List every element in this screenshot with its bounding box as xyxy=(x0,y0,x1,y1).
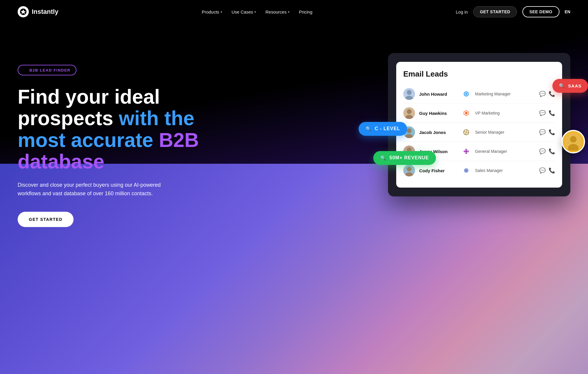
card-title: Email Leads xyxy=(403,69,555,79)
filter-pill-clevel[interactable]: 🔍 C - LEVEL xyxy=(359,122,407,136)
company-icon xyxy=(462,108,471,118)
lead-actions: 💬 📞 xyxy=(539,91,555,97)
lead-actions: 💬 📞 xyxy=(539,129,555,135)
avatar xyxy=(403,165,415,176)
nav-products[interactable]: Products ▾ xyxy=(202,9,222,14)
email-leads-card-wrapper: 🔍 C - LEVEL 🔍 SAAS 🔍 50M+ REVENUE xyxy=(388,53,570,196)
table-row: Guy Hawkins VP Marketing 💬 📞 xyxy=(403,104,555,123)
chat-icon[interactable]: 💬 xyxy=(539,91,546,97)
email-icon: ✉ xyxy=(24,68,27,72)
svg-point-25 xyxy=(464,150,465,152)
leads-list: John Howard Marketing Manager 💬 📞 Guy Ha… xyxy=(403,85,555,180)
filter-pill-revenue[interactable]: 🔍 50M+ REVENUE xyxy=(373,151,436,165)
logo-icon xyxy=(18,6,29,17)
nav-actions: Log in GET STARTED SEE DEMO EN xyxy=(456,6,570,17)
lead-role: VP Marketing xyxy=(475,111,535,115)
search-icon: 🔍 xyxy=(559,83,565,89)
login-link[interactable]: Log in xyxy=(456,9,468,14)
svg-point-29 xyxy=(407,167,412,171)
lead-name: Jacob Jones xyxy=(419,130,457,135)
filter-pill-saas[interactable]: 🔍 SAAS xyxy=(552,79,588,93)
svg-point-24 xyxy=(465,152,467,154)
table-row: Jacob Jones Senior Manager 💬 📞 xyxy=(403,123,555,142)
lead-role: Sales Manager xyxy=(475,168,535,173)
lead-role: Senior Manager xyxy=(475,130,535,135)
svg-point-16 xyxy=(407,128,412,133)
svg-point-23 xyxy=(465,149,467,150)
phone-icon[interactable]: 📞 xyxy=(549,129,555,135)
hero-content: ✉ B2B LEAD FINDER Find your ideal prospe… xyxy=(18,47,200,227)
navbar: Instantly Products ▾ Use Cases ▾ Resourc… xyxy=(0,0,588,24)
card-inner: Email Leads John Howard Marketing Manage… xyxy=(396,62,562,188)
svg-point-2 xyxy=(570,136,577,143)
chevron-down-icon: ▾ xyxy=(221,10,222,14)
see-demo-button[interactable]: SEE DEMO xyxy=(522,6,559,17)
company-icon xyxy=(462,166,471,175)
svg-point-34 xyxy=(466,170,467,171)
hero-badge: ✉ B2B LEAD FINDER xyxy=(18,65,76,75)
search-icon: 🔍 xyxy=(380,155,387,161)
nav-resources[interactable]: Resources ▾ xyxy=(265,9,289,14)
search-icon: 🔍 xyxy=(366,126,372,132)
email-leads-card: Email Leads John Howard Marketing Manage… xyxy=(388,53,570,196)
chat-icon[interactable]: 💬 xyxy=(539,110,546,116)
hero-section: ✉ B2B LEAD FINDER Find your ideal prospe… xyxy=(0,24,588,374)
badge-label: B2B LEAD FINDER xyxy=(29,68,71,72)
svg-point-26 xyxy=(467,150,469,152)
get-started-nav-button[interactable]: GET STARTED xyxy=(473,6,517,17)
language-selector[interactable]: EN xyxy=(565,9,570,14)
lead-actions: 💬 📞 xyxy=(539,110,555,116)
lead-actions: 💬 📞 xyxy=(539,167,555,174)
get-started-hero-button[interactable]: GET STARTED xyxy=(18,212,74,227)
phone-icon[interactable]: 📞 xyxy=(549,148,555,155)
svg-point-11 xyxy=(407,109,412,114)
svg-point-27 xyxy=(465,150,467,152)
avatar xyxy=(403,88,415,100)
logo[interactable]: Instantly xyxy=(18,6,58,17)
hero-visual: 🔍 C - LEVEL 🔍 SAAS 🔍 50M+ REVENUE xyxy=(200,47,570,196)
phone-icon[interactable]: 📞 xyxy=(549,167,555,174)
avatar xyxy=(403,107,415,119)
lead-actions: 💬 📞 xyxy=(539,148,555,155)
company-icon xyxy=(462,89,471,99)
lead-role: General Manager xyxy=(475,149,535,154)
lead-name: Cody Fisher xyxy=(419,168,457,173)
phone-icon[interactable]: 📞 xyxy=(549,110,555,116)
svg-point-5 xyxy=(407,90,412,95)
lead-name: Guy Hawkins xyxy=(419,111,457,116)
chat-icon[interactable]: 💬 xyxy=(539,167,546,174)
hero-headline: Find your ideal prospects with the most … xyxy=(18,86,200,173)
chat-icon[interactable]: 💬 xyxy=(539,129,546,135)
nav-pricing[interactable]: Pricing xyxy=(299,9,312,14)
company-icon xyxy=(462,147,471,156)
table-row: John Howard Marketing Manager 💬 📞 xyxy=(403,85,555,104)
lead-role: Marketing Manager xyxy=(475,92,535,96)
nav-links: Products ▾ Use Cases ▾ Resources ▾ Prici… xyxy=(202,9,312,14)
phone-icon[interactable]: 📞 xyxy=(549,91,555,97)
hero-subtext: Discover and close your perfect buyers u… xyxy=(18,181,165,198)
brand-name: Instantly xyxy=(32,8,58,16)
svg-point-9 xyxy=(465,93,467,95)
floating-avatar xyxy=(562,130,585,153)
chevron-down-icon: ▾ xyxy=(254,10,256,14)
nav-use-cases[interactable]: Use Cases ▾ xyxy=(231,9,256,14)
lead-name: John Howard xyxy=(419,92,457,97)
company-icon xyxy=(462,128,471,137)
chat-icon[interactable]: 💬 xyxy=(539,148,546,155)
chevron-down-icon: ▾ xyxy=(288,10,289,14)
